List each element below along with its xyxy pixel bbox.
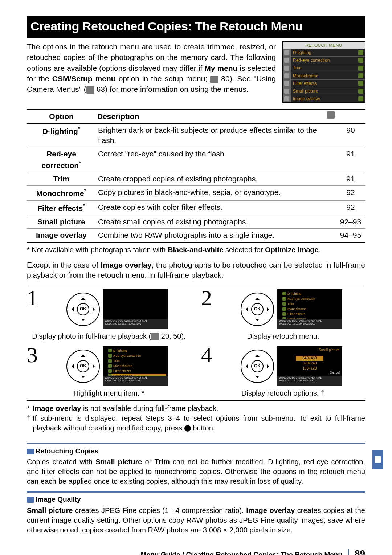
th-page (336, 110, 365, 123)
intro-paragraph: The options in the retouch menu are used… (27, 41, 276, 103)
option-desc: Create cropped copies of existing photog… (96, 172, 336, 186)
tip-icon (27, 449, 34, 454)
option-page: 90 (336, 123, 365, 147)
step-1: 1 OK 100NCD40 DSC_0001.JPG NORMAL2007/01… (27, 286, 191, 343)
tab-icon (284, 50, 289, 55)
section-tab (372, 450, 383, 469)
item-icon (358, 66, 363, 71)
menu-item: Image overlay (291, 95, 357, 102)
page-ref-icon (86, 86, 94, 94)
option-desc: Correct "red-eye" caused by the flash. (96, 147, 336, 172)
item-icon (358, 81, 363, 86)
option-name: Filter effects* (27, 200, 96, 215)
lcd-preview: Small picture 640×480 320×240 160×120 Ca… (277, 346, 342, 386)
tab-icon (284, 89, 289, 94)
text-bold: CSM/Setup menu (52, 74, 116, 83)
tab-icon (284, 81, 289, 86)
table-row: Small pictureCreate small copies of exis… (27, 215, 365, 229)
step-caption: Display retouch options. † (201, 388, 365, 398)
item-icon (358, 96, 363, 101)
step-4: 4 OK Small picture 640×480 320×240 160×1… (201, 343, 365, 400)
option-desc: Create copies with color filter effects. (96, 200, 336, 215)
steps-grid: 1 OK 100NCD40 DSC_0001.JPG NORMAL2007/01… (27, 286, 365, 401)
table-row: Image overlayCombine two RAW photographs… (27, 229, 365, 242)
table-row: Monochrome*Copy pictures in black-and-wh… (27, 186, 365, 200)
multi-selector-icon: OK (241, 350, 274, 383)
lcd-preview: D-lightingRed-eye correctionTrimMonochro… (103, 346, 168, 386)
option-name: Trim (27, 172, 96, 186)
page-column-icon (327, 111, 335, 119)
th-description: Description (96, 110, 336, 123)
lcd-preview: D-lightingRed-eye correctionTrimMonochro… (277, 289, 342, 329)
text: option in the setup menu; (116, 74, 211, 83)
option-desc: Copy pictures in black-and-white, sepia,… (96, 186, 336, 200)
tip-icon (27, 497, 34, 503)
step-number: 1 (27, 289, 40, 307)
text: ) for more information on using the menu… (105, 85, 249, 93)
page-title: Creating Retouched Copies: The Retouch M… (27, 16, 365, 38)
step-caption: Highlight menu item. * (27, 388, 191, 398)
step-footnotes: *Image overlay is not available during f… (27, 404, 365, 433)
menu-item: Trim (291, 64, 357, 72)
th-option: Option (27, 110, 96, 123)
playback-button-icon (184, 425, 191, 432)
breadcrumb: Menu Guide / Creating Retouched Copies: … (141, 550, 342, 555)
step-number: 3 (27, 346, 40, 364)
multi-selector-icon: OK (66, 350, 100, 383)
retouch-icon (375, 456, 381, 463)
tab-icon (284, 58, 289, 63)
option-page: 91 (336, 147, 365, 172)
ok-button-icon: OK (77, 303, 89, 315)
paragraph: Except in the case of Image overlay, the… (27, 260, 365, 281)
step-2: 2 OK D-lightingRed-eye correctionTrimMon… (201, 286, 365, 343)
step-number: 2 (201, 289, 214, 307)
option-page: 92 (336, 186, 365, 200)
page-ref-num: 63 (97, 85, 105, 93)
item-icon (358, 73, 363, 78)
option-desc: Combine two RAW photographs into a singl… (96, 229, 336, 242)
option-name: Monochrome* (27, 186, 96, 200)
option-page: 91 (336, 172, 365, 186)
table-row: D-lighting*Brighten dark or back-lit sub… (27, 123, 365, 147)
tab-icon (284, 96, 289, 101)
tab-icon (284, 73, 289, 78)
table-row: Red-eye correction*Correct "red-eye" cau… (27, 147, 365, 172)
step-caption: Display photo in full-frame playback ( 2… (27, 331, 191, 341)
page-ref-num: 80 (221, 74, 229, 83)
option-name: Red-eye correction* (27, 147, 96, 172)
menu-item: Red-eye correction (291, 57, 357, 64)
option-page: 92 (336, 200, 365, 215)
text-bold: My menu (204, 64, 237, 72)
tip-retouching-copies: Retouching Copies Copies created with Sm… (27, 443, 365, 487)
table-row: Filter effects*Create copies with color … (27, 200, 365, 215)
lcd-preview: 100NCD40 DSC_0001.JPG NORMAL2007/01/01 1… (103, 289, 168, 329)
ok-button-icon: OK (251, 303, 264, 315)
tip-image-quality: Image Quality Small picture creates JPEG… (27, 491, 365, 535)
option-desc: Create small copies of existing photogra… (96, 215, 336, 229)
table-footnote: * Not available with photographs taken w… (27, 245, 365, 255)
step-caption: Display retouch menu. (201, 331, 365, 341)
multi-selector-icon: OK (241, 293, 274, 326)
option-desc: Brighten dark or back-lit subjects or pr… (96, 123, 336, 147)
ok-button-icon: OK (77, 360, 89, 372)
menu-item: Small picture (291, 87, 357, 95)
option-name: Image overlay (27, 229, 96, 242)
option-page: 92–93 (336, 215, 365, 229)
item-icon (358, 58, 363, 63)
table-row: TrimCreate cropped copies of existing ph… (27, 172, 365, 186)
option-name: D-lighting* (27, 123, 96, 147)
page-footer: Menu Guide / Creating Retouched Copies: … (27, 547, 365, 555)
multi-selector-icon: OK (66, 293, 100, 326)
step-3: 3 OK D-lightingRed-eye correctionTrimMon… (27, 343, 191, 400)
option-page: 94–95 (336, 229, 365, 242)
retouch-menu-screenshot: RETOUCH MENU D-lighting Red-eye correcti… (282, 41, 365, 103)
options-table: Option Description D-lighting*Brighten d… (27, 109, 365, 242)
item-icon (358, 50, 363, 55)
ok-button-icon: OK (251, 360, 264, 372)
menu-item: D-lighting (291, 49, 357, 56)
step-number: 4 (201, 346, 214, 364)
tab-icon (284, 66, 289, 71)
menu-item: Filter effects (291, 80, 357, 87)
page-ref-icon (210, 76, 218, 83)
page-ref-icon (151, 333, 159, 340)
